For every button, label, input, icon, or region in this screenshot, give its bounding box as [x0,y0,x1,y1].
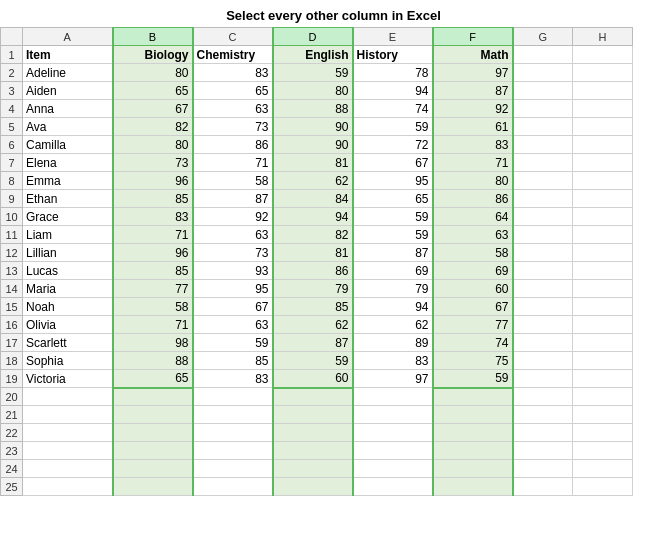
empty-row: 22 [1,424,633,442]
cell-r6-c2: 80 [113,136,193,154]
cell-r10-c6: 64 [433,208,513,226]
empty-cell-r23-c7 [513,442,573,460]
empty-cell-r23-c4 [273,442,353,460]
empty-cell-r24-c5 [353,460,433,478]
cell-r6-c3: 86 [193,136,273,154]
col-header-a[interactable]: A [23,28,113,46]
cell-r14-c3: 95 [193,280,273,298]
cell-r9-c2: 85 [113,190,193,208]
empty-cell-r20-c5 [353,388,433,406]
empty-cell-r25-c4 [273,478,353,496]
cell-r11-c4: 82 [273,226,353,244]
cell-r14-c7 [513,280,573,298]
cell-r9-c4: 84 [273,190,353,208]
empty-cell-r23-c5 [353,442,433,460]
cell-r3-c3: 65 [193,82,273,100]
empty-cell-r23-c6 [433,442,513,460]
table-row: 11Liam7163825963 [1,226,633,244]
cell-r16-c7 [513,316,573,334]
col-header-h[interactable]: H [573,28,633,46]
cell-r10-c3: 92 [193,208,273,226]
empty-cell-r24-c3 [193,460,273,478]
col-header-d[interactable]: D [273,28,353,46]
cell-r13-c8 [573,262,633,280]
empty-cell-r20-c7 [513,388,573,406]
row-num-20: 20 [1,388,23,406]
cell-r19-c8 [573,370,633,388]
cell-r6-c1: Camilla [23,136,113,154]
cell-r3-c7 [513,82,573,100]
cell-r5-c6: 61 [433,118,513,136]
table-row: 15Noah5867859467 [1,298,633,316]
row-num-9: 9 [1,190,23,208]
empty-cell-r20-c4 [273,388,353,406]
cell-r12-c8 [573,244,633,262]
cell-r8-c8 [573,172,633,190]
empty-cell-r23-c2 [113,442,193,460]
cell-r3-c2: 65 [113,82,193,100]
cell-r2-c8 [573,64,633,82]
cell-r11-c7 [513,226,573,244]
cell-r8-c7 [513,172,573,190]
cell-r5-c4: 90 [273,118,353,136]
col-header-b[interactable]: B [113,28,193,46]
empty-cell-r22-c3 [193,424,273,442]
cell-r2-c7 [513,64,573,82]
empty-cell-r25-c6 [433,478,513,496]
table-row: 12Lillian9673818758 [1,244,633,262]
cell-r5-c7 [513,118,573,136]
cell-r11-c5: 59 [353,226,433,244]
empty-cell-r20-c6 [433,388,513,406]
table-row: 17Scarlett9859878974 [1,334,633,352]
cell-r6-c8 [573,136,633,154]
row-num-12: 12 [1,244,23,262]
empty-cell-r23-c3 [193,442,273,460]
col-header-f[interactable]: F [433,28,513,46]
empty-row: 23 [1,442,633,460]
cell-r9-c1: Ethan [23,190,113,208]
cell-r8-c1: Emma [23,172,113,190]
cell-r7-c3: 71 [193,154,273,172]
col-header-e[interactable]: E [353,28,433,46]
cell-r4-c7 [513,100,573,118]
cell-r16-c8 [573,316,633,334]
row-num-19: 19 [1,370,23,388]
row-num-25: 25 [1,478,23,496]
empty-cell-r22-c2 [113,424,193,442]
empty-cell-r25-c8 [573,478,633,496]
col-header-g[interactable]: G [513,28,573,46]
empty-row: 25 [1,478,633,496]
cell-r8-c3: 58 [193,172,273,190]
empty-cell-r21-c4 [273,406,353,424]
cell-r4-c8 [573,100,633,118]
empty-cell-r22-c1 [23,424,113,442]
empty-cell-r23-c8 [573,442,633,460]
col-headers-row: A B C D E F G H [1,28,633,46]
empty-cell-r22-c7 [513,424,573,442]
cell-r18-c4: 59 [273,352,353,370]
cell-r8-c6: 80 [433,172,513,190]
empty-cell-r21-c2 [113,406,193,424]
cell-r10-c4: 94 [273,208,353,226]
cell-r5-c2: 82 [113,118,193,136]
cell-r6-c4: 90 [273,136,353,154]
cell-r17-c6: 74 [433,334,513,352]
cell-r7-c4: 81 [273,154,353,172]
cell-r7-c8 [573,154,633,172]
cell-r11-c3: 63 [193,226,273,244]
cell-r15-c8 [573,298,633,316]
cell-r13-c7 [513,262,573,280]
cell-r17-c5: 89 [353,334,433,352]
cell-r15-c7 [513,298,573,316]
table-row: 13Lucas8593866969 [1,262,633,280]
cell-r14-c5: 79 [353,280,433,298]
row-num-3: 3 [1,82,23,100]
empty-cell-r21-c3 [193,406,273,424]
cell-r10-c5: 59 [353,208,433,226]
table-row: 10Grace8392945964 [1,208,633,226]
col-header-c[interactable]: C [193,28,273,46]
empty-cell-r20-c3 [193,388,273,406]
cell-r9-c5: 65 [353,190,433,208]
cell-r11-c6: 63 [433,226,513,244]
header-cell-8 [573,46,633,64]
